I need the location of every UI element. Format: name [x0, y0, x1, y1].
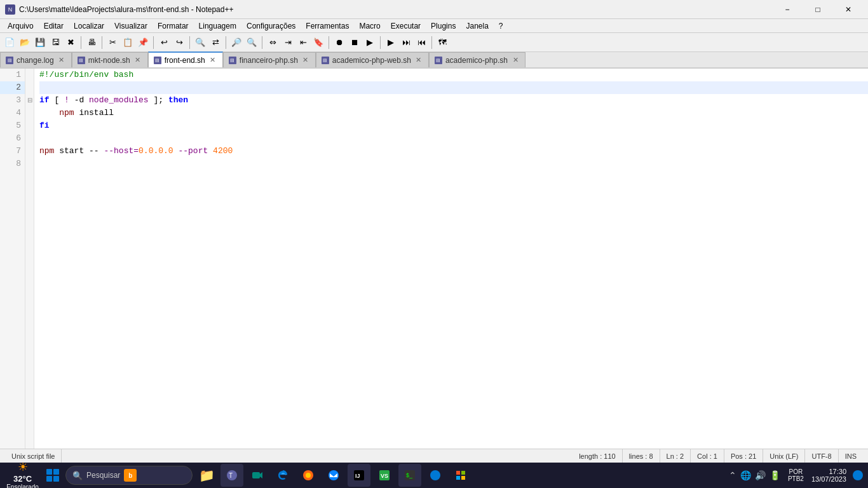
svg-rect-16 — [456, 476, 460, 480]
menu-editar[interactable]: Editar — [39, 19, 69, 33]
tab-frontend[interactable]: ▤ front-end.sh ✕ — [148, 51, 223, 67]
toolbar-indent[interactable]: ⇥ — [281, 36, 295, 50]
toolbar-replace[interactable]: ⇄ — [208, 36, 222, 50]
line-numbers: 1 2 3 4 5 6 7 8 — [0, 69, 25, 449]
taskbar-notification[interactable] — [853, 470, 863, 480]
tab-frontend-close[interactable]: ✕ — [208, 56, 217, 65]
taskbar-clock[interactable]: 17:30 13/07/2023 — [811, 468, 846, 483]
start-button[interactable] — [43, 465, 63, 485]
tab-academico[interactable]: ▤ academico-php.sh ✕ — [429, 52, 526, 67]
toolbar-macro3[interactable]: ▶ — [363, 36, 377, 50]
taskbar-files[interactable]: 📁 — [195, 464, 218, 487]
toolbar-zoom-in[interactable]: 🔎 — [229, 36, 243, 50]
tab-academicoweb-close[interactable]: ✕ — [414, 56, 423, 65]
tab-changelog[interactable]: ▤ change.log ✕ — [0, 52, 72, 67]
menu-janela[interactable]: Janela — [461, 19, 493, 33]
toolbar-deindent[interactable]: ⇤ — [296, 36, 310, 50]
toolbar-cut[interactable]: ✂ — [105, 36, 119, 50]
taskbar-thunderbird[interactable] — [322, 464, 345, 487]
status-ln: Ln : 2 — [660, 449, 691, 463]
fold-3[interactable]: ⊟ — [25, 94, 34, 107]
toolbar-close[interactable]: ✖ — [64, 36, 78, 50]
tray-up-arrow[interactable]: ⌃ — [729, 470, 736, 480]
toolbar-sep1 — [81, 36, 81, 49]
menu-help[interactable]: ? — [494, 19, 508, 33]
code-line-6 — [39, 132, 868, 145]
toolbar-sep9 — [431, 36, 432, 49]
weather-desc: Ensolarado — [6, 484, 39, 488]
taskbar-idea[interactable]: IJ — [348, 464, 370, 487]
menu-macro[interactable]: Macro — [354, 19, 385, 33]
code-area[interactable]: #!/usr/bin/env bash if [ ! -d node_modul… — [34, 69, 868, 449]
taskbar-store[interactable] — [449, 464, 472, 487]
code-line-8 — [39, 158, 868, 170]
toolbar-wrap[interactable]: ⇔ — [266, 36, 280, 50]
tab-frontend-icon: ▤ — [154, 57, 161, 64]
toolbar-new[interactable]: 📄 — [3, 36, 17, 50]
menu-executar[interactable]: Executar — [386, 19, 426, 33]
toolbar-copy[interactable]: 📋 — [121, 36, 135, 50]
taskbar-vscode2[interactable]: VS — [373, 464, 396, 487]
toolbar-redo[interactable]: ↪ — [172, 36, 186, 50]
tray-volume[interactable]: 🔊 — [755, 470, 766, 480]
close-button[interactable]: ✕ — [834, 0, 863, 19]
taskbar-teams[interactable]: T — [220, 464, 243, 487]
line-num-5: 5 — [0, 119, 25, 132]
tab-financeiro[interactable]: ▤ financeiro-php.sh ✕ — [223, 52, 316, 67]
bing-icon: b — [124, 469, 137, 482]
menu-arquivo[interactable]: Arquivo — [3, 19, 39, 33]
toolbar-open[interactable]: 📂 — [18, 36, 32, 50]
status-length: length : 110 — [573, 449, 623, 463]
line-num-2: 2 — [0, 81, 25, 94]
menu-linguagem[interactable]: Linguagem — [194, 19, 241, 33]
tab-financeiro-close[interactable]: ✕ — [301, 56, 310, 65]
maximize-button[interactable]: □ — [803, 0, 832, 19]
taskbar-search[interactable]: 🔍 Pesquisar b — [65, 466, 193, 485]
toolbar-macro2[interactable]: ⏹ — [348, 36, 362, 50]
menu-configuracoes[interactable]: Configurações — [241, 19, 301, 33]
taskbar-terminal[interactable]: $_ — [398, 464, 421, 487]
tab-academico-icon: ▤ — [435, 57, 442, 64]
taskbar-edge[interactable] — [271, 464, 294, 487]
tab-academicoweb[interactable]: ▤ academico-php-web.sh ✕ — [316, 52, 429, 67]
menu-plugins[interactable]: Plugins — [426, 19, 461, 33]
tab-changelog-close[interactable]: ✕ — [57, 56, 66, 65]
menu-visualizar[interactable]: Visualizar — [109, 19, 153, 33]
toolbar-sep3 — [153, 36, 154, 49]
taskbar-weather: ☀ 32°C Ensolarado — [5, 460, 40, 488]
tab-mktnode-close[interactable]: ✕ — [133, 56, 142, 65]
menu-localizar[interactable]: Localizar — [69, 19, 109, 33]
fold-gutter: ⊟ — [25, 69, 34, 449]
toolbar-sep7 — [329, 36, 329, 49]
toolbar-find[interactable]: 🔍 — [193, 36, 207, 50]
toolbar-run3[interactable]: ⏮ — [414, 36, 428, 50]
toolbar-paste[interactable]: 📌 — [136, 36, 150, 50]
minimize-button[interactable]: − — [773, 0, 802, 19]
menu-ferramentas[interactable]: Ferramentas — [301, 19, 354, 33]
tab-academico-close[interactable]: ✕ — [511, 56, 520, 65]
toolbar-bookmark[interactable]: 🔖 — [311, 36, 325, 50]
fold-2 — [25, 81, 34, 94]
svg-rect-14 — [456, 471, 460, 475]
tab-mktnode[interactable]: ▤ mkt-node.sh ✕ — [72, 52, 148, 67]
taskbar-firefox[interactable] — [297, 464, 320, 487]
line-num-7: 7 — [0, 145, 25, 158]
toolbar-print[interactable]: 🖶 — [85, 36, 98, 50]
toolbar-zoom-out[interactable]: 🔍 — [245, 36, 259, 50]
menu-bar: Arquivo Editar Localizar Visualizar Form… — [0, 19, 868, 33]
taskbar-browser2[interactable] — [424, 464, 447, 487]
svg-point-13 — [430, 470, 440, 480]
toolbar-doc-map[interactable]: 🗺 — [435, 36, 449, 50]
toolbar-run2[interactable]: ⏭ — [399, 36, 413, 50]
toolbar-saveall[interactable]: 🖫 — [48, 36, 62, 50]
tab-academico-label: academico-php.sh — [445, 56, 508, 65]
toolbar-save[interactable]: 💾 — [33, 36, 47, 50]
toolbar-undo[interactable]: ↩ — [157, 36, 171, 50]
toolbar-macro1[interactable]: ⏺ — [332, 36, 346, 50]
tray-network: 🌐 — [740, 470, 751, 480]
menu-formatar[interactable]: Formatar — [153, 19, 194, 33]
taskbar-meet[interactable] — [246, 464, 269, 487]
line-num-8: 8 — [0, 158, 25, 170]
search-icon: 🔍 — [72, 471, 83, 480]
toolbar-run[interactable]: ▶ — [384, 36, 398, 50]
